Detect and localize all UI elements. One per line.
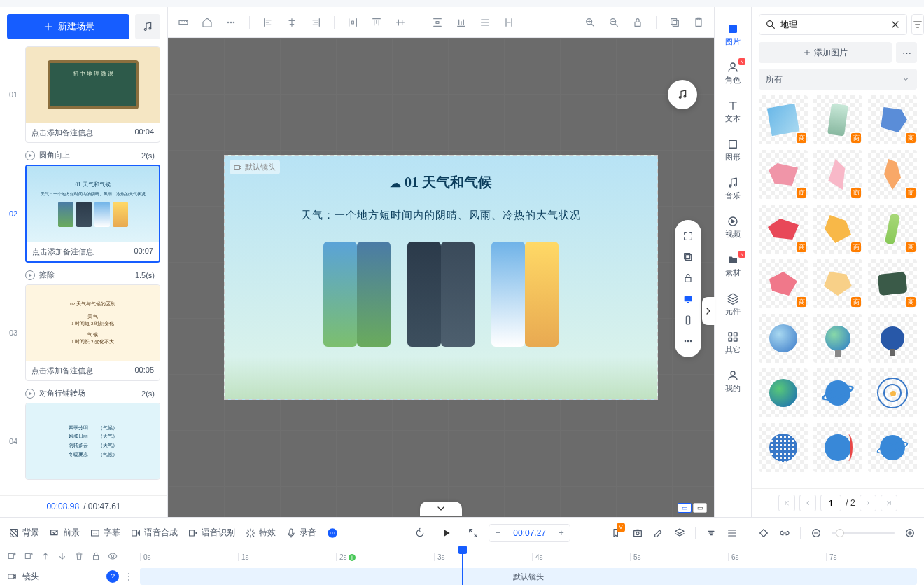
asr-button[interactable]: 语音识别 <box>188 527 235 539</box>
rewind-button[interactable] <box>414 527 426 539</box>
asset-item[interactable] <box>813 259 862 308</box>
vnav-mine[interactable]: 我的 <box>715 365 751 398</box>
time-increase[interactable]: + <box>553 525 570 541</box>
spacing-icon[interactable] <box>502 15 516 29</box>
move-down-icon[interactable] <box>57 551 67 564</box>
ellipsis-icon[interactable] <box>224 15 238 29</box>
move-up-icon[interactable] <box>41 551 50 564</box>
category-select[interactable]: 所有 <box>759 69 917 90</box>
subtitle-button[interactable]: 字幕 <box>90 527 120 539</box>
scene-music-button[interactable] <box>135 14 160 39</box>
floating-music-button[interactable] <box>668 80 697 109</box>
keyframe-button[interactable] <box>758 527 769 539</box>
paste-icon[interactable] <box>692 15 706 29</box>
asset-item[interactable] <box>759 150 808 199</box>
asset-item[interactable] <box>868 150 917 199</box>
zoom-out-icon[interactable] <box>607 15 621 29</box>
pager-next[interactable] <box>860 495 876 511</box>
play-button[interactable] <box>435 522 458 544</box>
link-button[interactable] <box>779 527 790 539</box>
help-icon[interactable]: ? <box>106 570 119 583</box>
view-mode-wide-icon[interactable]: ▭ <box>693 503 707 513</box>
asset-item[interactable] <box>813 150 862 199</box>
pager-prev[interactable] <box>799 495 816 511</box>
asset-item[interactable] <box>759 423 808 472</box>
view-mode-image-icon[interactable]: ▭ <box>678 503 692 513</box>
vnav-material[interactable]: 素材 N <box>715 249 751 282</box>
canvas-area[interactable]: 默认镜头 ☁ 01 天气和气候 天气：一个地方短时间内的阴晴、风雨、冷热的大气状… <box>168 38 714 517</box>
zoom-in-icon[interactable] <box>583 15 597 29</box>
more-icon[interactable] <box>679 332 697 350</box>
search-box[interactable] <box>759 14 907 35</box>
home-icon[interactable] <box>200 15 214 29</box>
playhead[interactable] <box>462 550 463 585</box>
asset-item[interactable] <box>813 314 862 363</box>
filter-button[interactable] <box>911 14 924 35</box>
transition-row[interactable]: 对角行铺转场 2(s) <box>7 384 160 403</box>
new-scene-button[interactable]: 新建场景 <box>7 14 130 39</box>
asset-item[interactable] <box>759 368 808 417</box>
vnav-text[interactable]: 文本 <box>715 95 751 128</box>
clear-icon[interactable] <box>890 19 901 30</box>
add-image-button[interactable]: 添加图片 <box>759 42 892 63</box>
mobile-icon[interactable] <box>679 311 697 329</box>
timeline-ruler[interactable]: 0s 1s 2s 3s 4s 5s 6s 7s <box>140 553 924 561</box>
scene-item[interactable]: 01 初 中 地 理 微 课 点击添加备注信息 00:04 <box>7 46 160 143</box>
vnav-video[interactable]: 视频 <box>715 211 751 244</box>
zoom-out-timeline[interactable] <box>811 527 822 539</box>
chat-button[interactable] <box>326 527 339 539</box>
record-button[interactable]: 录音 <box>286 527 316 539</box>
pager-first[interactable] <box>778 495 795 511</box>
vnav-other[interactable]: 其它 <box>715 326 751 359</box>
vnav-component[interactable]: 元件 <box>715 288 751 321</box>
lock-track-icon[interactable] <box>91 551 101 564</box>
vnav-music[interactable]: 音乐 <box>715 172 751 205</box>
scene-item[interactable]: 04 四季分明 （气候） 风和日丽 （天气） 阴转多云 （天气） 冬暖夏凉 （气… <box>7 403 160 480</box>
slide-canvas[interactable]: 默认镜头 ☁ 01 天气和气候 天气：一个地方短时间内的阴晴、风雨、冷热的大气状… <box>224 155 658 400</box>
asset-item[interactable] <box>868 314 917 363</box>
screen-icon[interactable] <box>679 290 697 308</box>
asset-item[interactable] <box>759 95 808 144</box>
align-top-icon[interactable] <box>370 15 384 29</box>
marker-in-button[interactable]: V <box>611 527 622 539</box>
unlock-icon[interactable] <box>679 269 697 287</box>
transition-row[interactable]: 圆角向上 2(s) <box>7 146 160 165</box>
asset-item[interactable] <box>868 95 917 144</box>
effects-button[interactable]: 特效 <box>245 527 276 539</box>
layers-button[interactable] <box>674 527 685 539</box>
tts-button[interactable]: 语音合成 <box>130 527 178 539</box>
align-left-icon[interactable] <box>261 15 275 29</box>
lock-icon[interactable] <box>631 15 645 29</box>
search-input[interactable] <box>780 20 886 29</box>
pager-last[interactable] <box>881 495 897 511</box>
zoom-in-timeline[interactable] <box>904 527 916 539</box>
asset-item[interactable] <box>813 368 862 417</box>
view-mode-toggle[interactable]: ▭ ▭ <box>678 503 707 513</box>
asset-item[interactable] <box>868 368 917 417</box>
vnav-shape[interactable]: 图形 <box>715 134 751 167</box>
asset-item[interactable] <box>868 205 917 254</box>
track-menu-icon[interactable]: ⋮ <box>125 572 133 581</box>
copy-layer-icon[interactable] <box>679 248 697 266</box>
focus-icon[interactable] <box>679 227 697 245</box>
camera-button[interactable] <box>632 527 643 539</box>
time-decrease[interactable]: − <box>489 525 506 541</box>
asset-item[interactable] <box>813 423 862 472</box>
export-track-icon[interactable] <box>24 551 34 564</box>
align-bottom-icon[interactable] <box>454 15 468 29</box>
foreground-button[interactable]: 前景 <box>49 527 80 539</box>
vnav-image[interactable]: 图片 <box>715 18 751 51</box>
align-right-icon[interactable] <box>309 15 323 29</box>
add-track-icon[interactable] <box>7 551 17 564</box>
asset-item[interactable] <box>868 259 917 308</box>
asset-item[interactable] <box>813 95 862 144</box>
copy-icon[interactable] <box>668 15 682 29</box>
vnav-character[interactable]: 角色 N <box>715 57 751 90</box>
pager-input[interactable] <box>820 495 841 511</box>
panel-collapse-arrow[interactable] <box>702 297 715 325</box>
more-button[interactable]: ⋯ <box>896 42 917 63</box>
distribute-v-icon[interactable] <box>430 15 444 29</box>
asset-item[interactable] <box>759 259 808 308</box>
align-middle-icon[interactable] <box>393 15 407 29</box>
distribute-h-icon[interactable] <box>346 15 360 29</box>
